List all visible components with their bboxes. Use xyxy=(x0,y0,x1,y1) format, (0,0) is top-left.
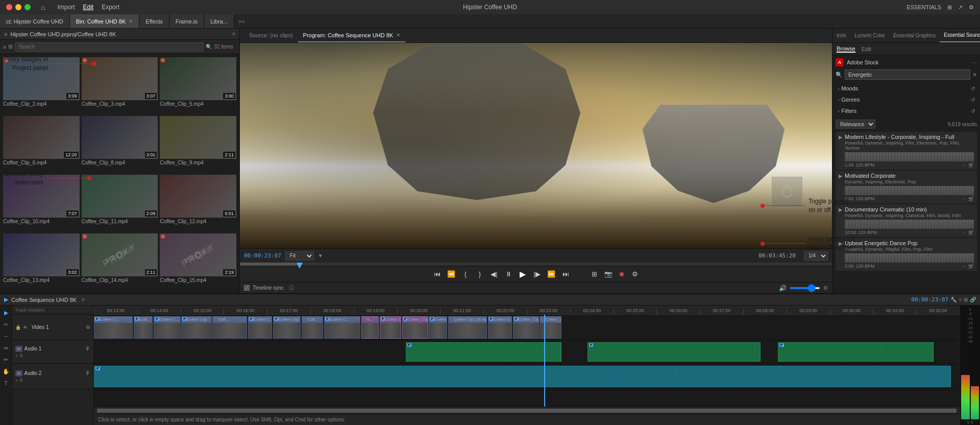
clip-item-8[interactable]: 5:01Coffee_Clip_12.mp4 xyxy=(160,175,236,231)
volume-slider[interactable] xyxy=(790,287,820,289)
filter-action-0[interactable]: ↺ xyxy=(971,86,975,91)
video-clip-1[interactable]: PCoff... xyxy=(134,316,153,339)
ruler-mark-15[interactable]: 00:28:00 xyxy=(743,308,787,314)
track-cart-0[interactable]: 🛒 xyxy=(968,162,974,168)
clip-item-1[interactable]: 3:07Coffee_Clip_3.mp4 xyxy=(82,57,158,114)
ruler-mark-0[interactable]: 00:13:00 xyxy=(94,308,137,314)
ruler-mark-5[interactable]: 00:18:00 xyxy=(310,308,354,314)
go-to-out-button[interactable]: } xyxy=(475,269,485,279)
tl-snap-icon[interactable]: ⊞ xyxy=(964,297,968,302)
audio-settings-icon[interactable]: ⚙ xyxy=(823,285,828,291)
track-play-0[interactable]: ▶ xyxy=(839,134,843,140)
playback-scrubber[interactable] xyxy=(240,263,832,266)
tl-wrench-icon[interactable]: 🔧 xyxy=(950,297,957,302)
filter-item-1[interactable]: › Genres ↺ xyxy=(836,95,977,104)
track-play-2[interactable]: ▶ xyxy=(839,207,843,212)
sound-track-2[interactable]: ▶ Documentary Cinematic (10 min) Powerfu… xyxy=(836,204,977,237)
tl-add-icon[interactable]: + xyxy=(959,297,962,302)
more-tabs-icon[interactable]: >> xyxy=(234,18,249,25)
timeline-ruler[interactable]: 00:13:0000:14:0000:15:0000:16:0000:17:00… xyxy=(94,305,960,315)
v1-settings[interactable]: ⚙ xyxy=(86,324,90,330)
ruler-mark-3[interactable]: 00:16:00 xyxy=(224,308,267,314)
share-icon[interactable]: ↗ xyxy=(958,4,963,11)
tl-pen-tool[interactable]: ✏ xyxy=(1,355,11,365)
tab-frameio[interactable]: Frame.io xyxy=(169,14,204,28)
video-clip-6[interactable]: PCoffee Clip... xyxy=(273,316,301,339)
eye-icon[interactable]: 👁 xyxy=(23,325,28,330)
tab-lumetri-color[interactable]: Lumetri Color xyxy=(850,29,889,42)
lock-icon[interactable]: 🔒 xyxy=(15,325,21,330)
relevance-select[interactable]: Relevance xyxy=(836,120,875,129)
video-clip-9[interactable]: fr... xyxy=(361,316,379,339)
track-more-0[interactable]: ··· xyxy=(962,162,966,168)
timeline-sync-checkbox[interactable]: ✓ xyxy=(244,285,250,291)
track-more-3[interactable]: ··· xyxy=(962,264,966,269)
tab-essential-sound[interactable]: Essential Sound ✕ xyxy=(940,29,980,42)
subtab-edit[interactable]: Edit xyxy=(862,46,871,52)
minimize-button[interactable] xyxy=(15,4,21,10)
video-clip-2[interactable]: PCoffee C... xyxy=(154,316,181,339)
tab-project[interactable]: ct: Hipster Coffee UHD xyxy=(0,14,70,28)
workspace-grid-icon[interactable]: ⊞ xyxy=(947,4,952,11)
ruler-mark-14[interactable]: 00:27:00 xyxy=(700,308,743,314)
panel-menu-icon[interactable]: ≡ xyxy=(232,31,235,37)
track-play-3[interactable]: ▶ xyxy=(839,241,843,246)
audio1-clip-2[interactable]: P xyxy=(778,342,934,362)
sound-track-0[interactable]: ▶ Modern Lifestyle - Corporate, Inspirin… xyxy=(836,132,977,170)
ruler-mark-18[interactable]: 00:31:00 xyxy=(873,308,916,314)
clip-item-5[interactable]: 2:11Coffee_Clip_9.mp4 xyxy=(160,116,236,173)
clip-item-6[interactable]: 7:07Coffee_Clip_10.mp4 xyxy=(3,175,80,231)
audio2-clip-0[interactable]: P xyxy=(94,366,951,387)
ruler-mark-19[interactable]: 00:32:00 xyxy=(916,308,960,314)
home-icon[interactable]: ⌂ xyxy=(41,3,45,11)
source-monitor-tab[interactable]: Source: (no clips) xyxy=(244,29,298,42)
ruler-mark-1[interactable]: 00:14:00 xyxy=(137,308,181,314)
a2-m-badge[interactable]: M xyxy=(15,370,22,376)
shuttle-right-button[interactable]: |▶ xyxy=(532,269,542,279)
subtab-browse[interactable]: Browse xyxy=(837,45,855,53)
video-clip-10[interactable]: PCoffee C. xyxy=(380,316,401,339)
sound-search-input[interactable] xyxy=(845,69,970,80)
tl-link-icon[interactable]: 🔗 xyxy=(970,297,976,302)
video-clip-0[interactable]: PCoffee C... xyxy=(94,316,133,339)
adobe-stock-menu[interactable]: ··· xyxy=(972,59,977,65)
timeline-settings-icon[interactable]: ≡ xyxy=(82,297,85,302)
nav-import[interactable]: Import xyxy=(57,4,75,11)
tab-libra[interactable]: Libra... xyxy=(204,14,234,28)
video-clip-7[interactable]: Coff... xyxy=(302,316,323,339)
video-clip-11[interactable]: PCoffee_Clip_18.mp4 xyxy=(402,316,428,339)
safe-margins-button[interactable]: ⊞ xyxy=(589,269,599,279)
step-forward-button[interactable]: ⏩ xyxy=(546,269,556,279)
go-to-end-button[interactable]: ⏭ xyxy=(560,269,571,279)
nav-edit[interactable]: Edit xyxy=(83,4,93,11)
ruler-mark-8[interactable]: 00:21:00 xyxy=(440,308,483,314)
track-cart-3[interactable]: 🛒 xyxy=(968,264,974,269)
clip-item-3[interactable]: 12:20Coffee_Clip_6.mp4 xyxy=(3,116,80,173)
video-clip-5[interactable]: PCoffee C... xyxy=(248,316,272,339)
clip-item-2[interactable]: 3:00Coffee_Clip_5.mp4 xyxy=(160,57,236,114)
filter-item-0[interactable]: › Moods ↺ xyxy=(836,84,977,93)
tl-text-tool[interactable]: T xyxy=(1,378,11,388)
sound-track-3[interactable]: ▶ Upbeat Energetic Dance Pop Powerful, D… xyxy=(836,238,977,271)
sound-search-clear[interactable]: ✕ xyxy=(972,72,977,78)
settings-button[interactable]: ⚙ xyxy=(630,269,640,279)
video-clip-12[interactable]: PCoffee_Clip_17.mp3 xyxy=(429,316,447,339)
tab-effects[interactable]: Effects xyxy=(139,14,169,28)
ruler-mark-4[interactable]: 00:17:00 xyxy=(267,308,310,314)
step-back-button[interactable]: ⏪ xyxy=(446,269,456,279)
clip-item-10[interactable]: PROXY⬡2:11Coffee_Clip_14.mp4 xyxy=(82,233,158,290)
track-play-1[interactable]: ▶ xyxy=(839,173,843,179)
video-clip-8[interactable]: PCoffee C... xyxy=(324,316,360,339)
ruler-mark-17[interactable]: 00:30:00 xyxy=(830,308,873,314)
settings-icon[interactable]: ⚙ xyxy=(969,4,974,11)
ruler-mark-9[interactable]: 00:22:00 xyxy=(483,308,527,314)
stop-button[interactable]: ⏸ xyxy=(503,269,513,279)
export-frame-button[interactable]: 📷 xyxy=(603,269,614,279)
tab-controls[interactable]: trols xyxy=(832,29,850,42)
go-to-in-button[interactable]: { xyxy=(460,269,471,279)
ruler-mark-2[interactable]: 00:15:00 xyxy=(181,308,224,314)
video-clip-13[interactable]: Coffee Clip_19.mp4 xyxy=(448,316,487,339)
program-monitor-tab[interactable]: Program: Coffee Sequence UHD 8K ✕ xyxy=(298,29,406,42)
track-more-2[interactable]: ··· xyxy=(962,230,966,235)
maximize-button[interactable] xyxy=(24,4,31,10)
